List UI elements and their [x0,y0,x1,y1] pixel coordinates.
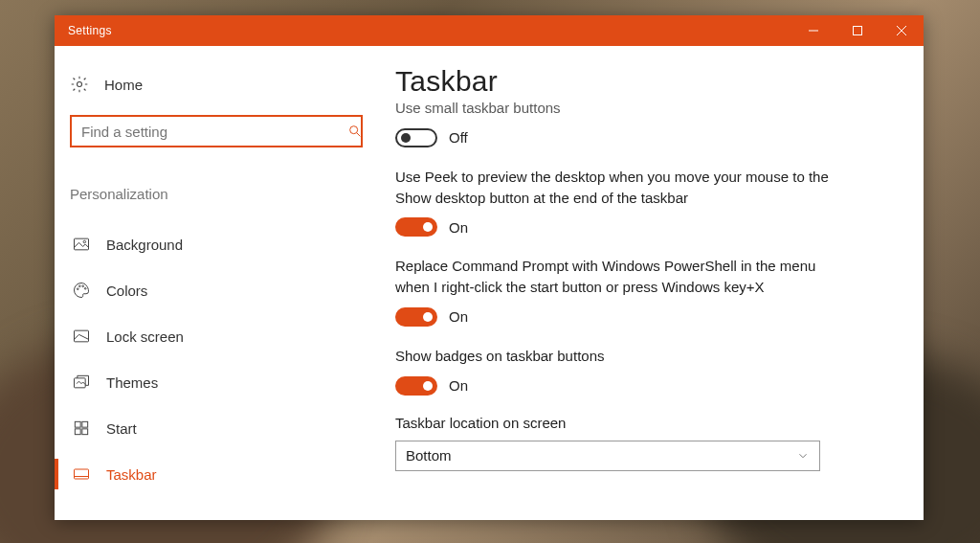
sidebar: Home Personalization Background Colors L… [55,46,390,520]
image-icon [72,235,91,254]
toggle-row: On [395,376,881,396]
option-small-buttons: Use small taskbar buttons Off [395,98,881,147]
svg-point-8 [83,240,86,243]
maximize-icon [853,26,862,35]
taskbar-location-select[interactable]: Bottom [395,441,820,471]
svg-point-12 [84,288,86,290]
select-value: Bottom [406,447,452,464]
toggle-use-peek[interactable] [395,217,437,237]
toggle-small-buttons[interactable] [395,128,437,147]
sidebar-item-themes[interactable]: Themes [70,359,374,405]
settings-window: Settings Home [55,15,924,520]
toggle-knob [423,381,433,391]
start-icon [72,419,91,438]
sidebar-item-start[interactable]: Start [70,405,374,451]
option-label: Use Peek to preview the desktop when you… [395,167,845,209]
taskbar-icon [72,464,91,484]
option-use-peek: Use Peek to preview the desktop when you… [395,167,881,238]
toggle-row: Off [395,128,881,147]
svg-point-9 [77,288,78,290]
sidebar-home[interactable]: Home [70,71,374,98]
titlebar: Settings [55,15,924,46]
toggle-state: Off [449,129,468,146]
window-body: Home Personalization Background Colors L… [55,46,924,520]
svg-rect-19 [75,469,89,479]
toggle-state: On [449,377,468,394]
lockscreen-icon [72,327,91,346]
option-badges: Show badges on taskbar buttons On [395,346,881,396]
toggle-row: On [395,217,881,237]
option-powershell: Replace Command Prompt with Windows Powe… [395,256,881,327]
dropdown-label: Taskbar location on screen [395,415,881,431]
sidebar-item-label: Taskbar [106,466,157,483]
toggle-powershell[interactable] [395,307,437,327]
svg-point-4 [78,82,82,87]
svg-rect-1 [854,27,862,35]
svg-rect-15 [75,421,80,427]
svg-point-10 [79,285,81,287]
maximize-button[interactable] [835,15,880,46]
palette-icon [72,281,91,300]
toggle-knob [423,222,433,232]
sidebar-item-label: Lock screen [106,328,184,345]
sidebar-item-background[interactable]: Background [70,221,374,267]
option-label: Use small taskbar buttons [395,98,845,119]
themes-icon [72,373,91,392]
sidebar-item-colors[interactable]: Colors [70,267,374,313]
svg-rect-16 [82,421,88,427]
close-button[interactable] [880,15,924,46]
close-icon [897,26,906,35]
svg-rect-17 [75,429,80,435]
window-controls [791,15,924,46]
search-container [70,115,374,147]
sidebar-item-label: Start [106,420,137,437]
sidebar-item-taskbar[interactable]: Taskbar [70,451,374,497]
sidebar-item-label: Background [106,237,183,253]
toggle-knob [423,312,433,322]
search-input[interactable] [70,115,363,147]
main-panel: Taskbar Use small taskbar buttons Off Us… [390,46,924,520]
sidebar-section-title: Personalization [70,186,374,202]
option-label: Replace Command Prompt with Windows Powe… [395,256,845,298]
page-title: Taskbar [395,65,881,98]
minimize-icon [809,26,818,35]
gear-icon [70,75,89,94]
svg-rect-7 [75,238,89,250]
toggle-state: On [449,308,468,325]
toggle-knob [401,133,411,143]
toggle-row: On [395,307,881,327]
option-label: Show badges on taskbar buttons [395,346,845,367]
toggle-badges[interactable] [395,376,437,396]
svg-point-11 [82,285,84,287]
sidebar-home-label: Home [104,77,143,93]
window-title: Settings [68,24,112,37]
svg-rect-18 [82,429,88,435]
toggle-state: On [449,219,468,236]
minimize-button[interactable] [791,15,835,46]
sidebar-item-label: Colors [106,283,147,299]
chevron-down-icon [796,449,810,463]
sidebar-item-lock-screen[interactable]: Lock screen [70,313,374,359]
sidebar-item-label: Themes [106,374,158,391]
